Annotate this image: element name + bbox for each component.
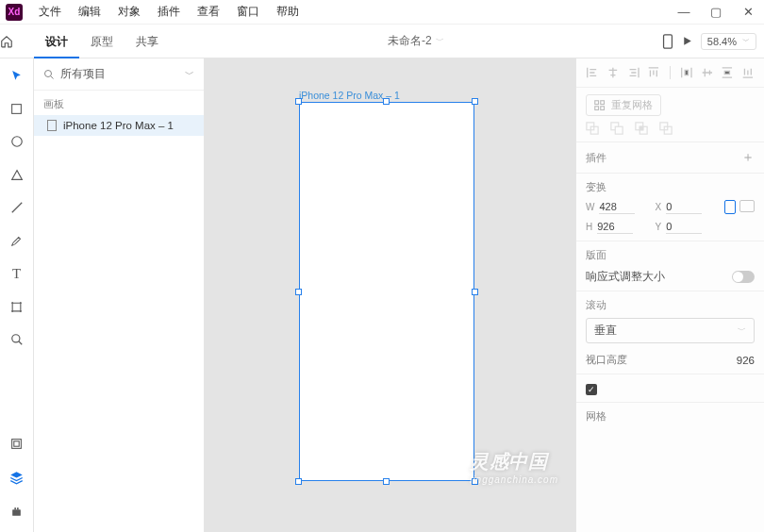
svg-rect-11 bbox=[601, 100, 605, 104]
distribute-v-icon[interactable] bbox=[721, 66, 734, 79]
line-tool[interactable] bbox=[4, 198, 30, 217]
svg-rect-5 bbox=[14, 441, 19, 445]
svg-rect-10 bbox=[595, 100, 599, 104]
assets-icon[interactable] bbox=[4, 434, 30, 453]
viewport-height-label: 视口高度 bbox=[586, 353, 627, 367]
svg-rect-17 bbox=[615, 126, 623, 134]
project-filter-label: 所有项目 bbox=[60, 66, 106, 82]
menu-view[interactable]: 查看 bbox=[189, 4, 228, 20]
selection-handle[interactable] bbox=[472, 98, 478, 105]
layers-artboard-name: iPhone 12 Pro Max – 1 bbox=[63, 120, 174, 131]
responsive-toggle[interactable] bbox=[732, 271, 755, 283]
transform-section-label: 变换 bbox=[586, 180, 755, 194]
scroll-section-label: 滚动 bbox=[586, 298, 755, 312]
menu-object[interactable]: 对象 bbox=[109, 4, 149, 20]
canvas[interactable]: iPhone 12 Pro Max – 1 灵感中国 lingganchina.… bbox=[205, 58, 575, 532]
viewport-height-value[interactable]: 926 bbox=[737, 355, 755, 366]
add-plugin-button[interactable]: ＋ bbox=[741, 149, 755, 166]
layers-artboard-row[interactable]: iPhone 12 Pro Max – 1 bbox=[34, 115, 204, 136]
project-filter-dropdown[interactable]: 所有项目 ﹀ bbox=[60, 66, 194, 82]
chevron-down-icon: ﹀ bbox=[738, 324, 746, 337]
checkbox-icon[interactable]: ✓ bbox=[586, 384, 597, 395]
svg-point-9 bbox=[45, 70, 52, 76]
path-exclude-icon[interactable] bbox=[659, 122, 673, 135]
x-label: X bbox=[656, 202, 662, 212]
menu-file[interactable]: 文件 bbox=[30, 4, 70, 20]
layout-section-label: 版面 bbox=[586, 248, 755, 262]
svg-rect-20 bbox=[639, 126, 643, 130]
artboard-tool[interactable] bbox=[4, 297, 30, 316]
svg-rect-6 bbox=[12, 509, 21, 516]
device-preview-icon[interactable] bbox=[662, 34, 673, 49]
select-tool[interactable] bbox=[4, 66, 30, 85]
align-left-icon[interactable] bbox=[586, 66, 599, 79]
distribute-h-icon[interactable] bbox=[680, 66, 693, 79]
text-tool[interactable]: T bbox=[4, 264, 30, 283]
window-maximize-button[interactable]: ▢ bbox=[700, 5, 732, 19]
menu-window[interactable]: 窗口 bbox=[228, 4, 268, 20]
window-minimize-button[interactable]: ― bbox=[668, 5, 700, 19]
artboard-icon bbox=[47, 120, 57, 131]
home-icon[interactable] bbox=[0, 35, 34, 48]
path-subtract-icon[interactable] bbox=[610, 122, 623, 135]
selection-handle[interactable] bbox=[383, 478, 390, 485]
menu-edit[interactable]: 编辑 bbox=[70, 4, 109, 20]
selection-handle[interactable] bbox=[295, 98, 302, 105]
x-input[interactable] bbox=[666, 200, 702, 214]
window-close-button[interactable]: ✕ bbox=[732, 5, 764, 19]
y-input[interactable] bbox=[666, 220, 702, 234]
svg-rect-7 bbox=[14, 507, 16, 509]
search-icon bbox=[43, 69, 55, 80]
align-top-icon[interactable] bbox=[647, 66, 660, 79]
layers-icon[interactable] bbox=[4, 468, 30, 487]
width-label: W bbox=[586, 202, 594, 212]
orientation-portrait-button[interactable] bbox=[724, 200, 736, 214]
selection-handle[interactable] bbox=[383, 98, 390, 105]
height-input[interactable] bbox=[597, 220, 633, 234]
ellipse-tool[interactable] bbox=[4, 132, 30, 151]
svg-rect-1 bbox=[12, 104, 22, 113]
selection-handle[interactable] bbox=[472, 289, 478, 295]
y-label: Y bbox=[656, 222, 662, 232]
align-hcenter-icon[interactable] bbox=[606, 66, 620, 79]
align-bottom-icon[interactable] bbox=[741, 66, 755, 79]
svg-point-2 bbox=[11, 137, 22, 147]
pen-tool[interactable] bbox=[4, 231, 30, 250]
rectangle-tool[interactable] bbox=[4, 99, 30, 118]
svg-rect-4 bbox=[12, 439, 22, 448]
selection-handle[interactable] bbox=[472, 478, 478, 485]
chevron-down-icon: ﹀ bbox=[742, 36, 750, 46]
selection-handle[interactable] bbox=[295, 289, 302, 295]
chevron-down-icon: ﹀ bbox=[185, 68, 194, 81]
zoom-level[interactable]: 58.4% ﹀ bbox=[701, 33, 756, 50]
tab-design[interactable]: 设计 bbox=[34, 25, 79, 58]
document-name[interactable]: 未命名-2 bbox=[388, 33, 432, 49]
selection-handle[interactable] bbox=[295, 478, 302, 485]
repeat-grid-button[interactable]: 重复网格 bbox=[586, 94, 661, 116]
svg-rect-0 bbox=[663, 34, 672, 47]
path-add-icon[interactable] bbox=[586, 122, 599, 135]
width-input[interactable] bbox=[599, 200, 635, 214]
svg-rect-8 bbox=[17, 507, 19, 509]
layers-section-label: 画板 bbox=[34, 91, 204, 115]
canvas-artboard[interactable] bbox=[299, 102, 474, 481]
align-vcenter-icon[interactable] bbox=[701, 66, 714, 79]
polygon-tool[interactable] bbox=[4, 165, 30, 184]
tab-share[interactable]: 共享 bbox=[125, 25, 170, 58]
scroll-select[interactable]: 垂直 ﹀ bbox=[586, 318, 755, 343]
height-label: H bbox=[586, 222, 592, 232]
align-right-icon[interactable] bbox=[627, 66, 640, 79]
menu-plugins[interactable]: 插件 bbox=[149, 4, 189, 20]
watermark: 灵感中国 lingganchina.com bbox=[470, 449, 558, 485]
menu-help[interactable]: 帮助 bbox=[268, 4, 307, 20]
zoom-tool[interactable] bbox=[4, 330, 30, 349]
play-icon[interactable] bbox=[681, 35, 693, 47]
path-intersect-icon[interactable] bbox=[635, 122, 648, 135]
chevron-down-icon[interactable]: ﹀ bbox=[436, 35, 444, 47]
orientation-landscape-button[interactable] bbox=[739, 200, 755, 212]
svg-rect-12 bbox=[595, 106, 599, 109]
svg-point-3 bbox=[11, 335, 19, 342]
plugins-panel-icon[interactable] bbox=[4, 502, 30, 521]
tab-prototype[interactable]: 原型 bbox=[79, 25, 125, 58]
svg-rect-13 bbox=[601, 106, 605, 109]
